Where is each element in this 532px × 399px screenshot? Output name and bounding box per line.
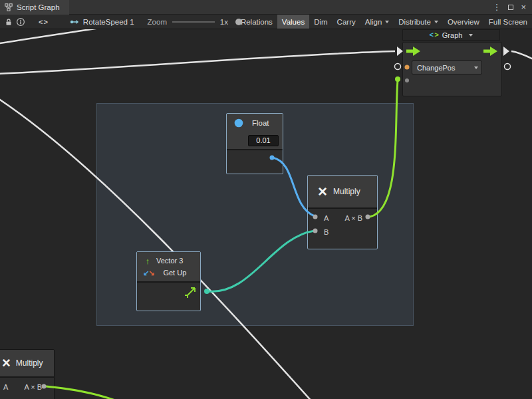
port-row-a: A A × B bbox=[308, 211, 377, 225]
script-machine-icon bbox=[70, 18, 79, 26]
dim-button[interactable]: Dim bbox=[309, 15, 332, 29]
up-arrow-icon: ↑ bbox=[143, 256, 152, 266]
graph-pill-label: Graph bbox=[442, 31, 463, 39]
changepos-dropdown[interactable]: ChangePos bbox=[412, 61, 482, 74]
relations-button[interactable]: Relations bbox=[236, 15, 277, 29]
window-titlebar: Script Graph ⋮ × bbox=[0, 0, 532, 15]
toolbar: <> RotateSpeed 1 Zoom 1x Relations Value… bbox=[0, 15, 532, 29]
zoom-slider-handle[interactable] bbox=[235, 19, 242, 25]
left-connection-circle[interactable] bbox=[395, 64, 401, 70]
maximize-icon[interactable] bbox=[508, 1, 513, 14]
right-connection-circle[interactable] bbox=[505, 64, 511, 70]
input-a-label: A bbox=[324, 214, 329, 222]
dropdown-caret-icon bbox=[434, 21, 438, 23]
multiply-node-title: Multiply bbox=[333, 187, 360, 196]
toolbar-buttons: Relations Values Dim Carry Align Distrib… bbox=[236, 15, 532, 29]
zoom-slider[interactable] bbox=[172, 15, 215, 29]
graph-canvas[interactable]: Float 0.01 × Multiply A A × B bbox=[0, 29, 532, 399]
multiply-partial-title: Multiply bbox=[16, 358, 43, 368]
float-value: 0.01 bbox=[256, 136, 270, 144]
distribute-button[interactable]: Distribute bbox=[394, 15, 443, 29]
output-axb-label: A × B bbox=[344, 214, 362, 222]
multiply-icon: × bbox=[318, 184, 327, 200]
input-a-label: A bbox=[3, 383, 8, 391]
vector3-node-header: ↑ Vector 3 ↙ ↘ Get Up bbox=[137, 252, 200, 281]
fullscreen-button[interactable]: Full Screen bbox=[484, 15, 532, 29]
script-graph-window: Script Graph ⋮ × <> bbox=[0, 0, 532, 399]
overview-button[interactable]: Overview bbox=[443, 15, 484, 29]
dropdown-caret-icon bbox=[469, 34, 473, 37]
wire-white-1[interactable] bbox=[0, 29, 117, 44]
window-controls: ⋮ × bbox=[492, 1, 532, 14]
graph-breadcrumb[interactable]: RotateSpeed 1 bbox=[70, 18, 134, 26]
lock-icon[interactable] bbox=[4, 15, 13, 29]
multiply-icon: × bbox=[2, 356, 11, 370]
input-b-label: B bbox=[324, 228, 329, 236]
code-angle-left-icon: < bbox=[430, 31, 434, 39]
info-icon[interactable] bbox=[16, 15, 25, 29]
graph-breadcrumb-label: RotateSpeed 1 bbox=[83, 18, 134, 26]
carry-button[interactable]: Carry bbox=[332, 15, 360, 29]
window-title: Script Graph bbox=[17, 3, 60, 11]
graph-icon bbox=[5, 3, 13, 11]
multiply-node-partial[interactable]: × Multiply A A × B bbox=[0, 349, 55, 399]
output-axb-label: A × B bbox=[24, 383, 42, 391]
float-value-row: 0.01 bbox=[227, 132, 283, 149]
float-node-header: Float bbox=[227, 114, 283, 132]
zoom-slider-track bbox=[172, 21, 215, 23]
zoom-value: 1x bbox=[220, 18, 228, 26]
float-node[interactable]: Float 0.01 bbox=[226, 113, 283, 174]
wire-multiply-partial-out[interactable] bbox=[46, 386, 130, 399]
zoom-label: Zoom bbox=[148, 18, 167, 26]
distribute-button-label: Distribute bbox=[398, 18, 431, 26]
multiply-node-header: × Multiply bbox=[308, 176, 377, 207]
float-node-title: Float bbox=[252, 119, 269, 127]
multiply-node[interactable]: × Multiply A A × B B bbox=[307, 175, 378, 249]
values-button[interactable]: Values bbox=[277, 15, 309, 29]
port-row-a: A A × B bbox=[0, 380, 54, 394]
node-divider bbox=[227, 149, 283, 150]
node-divider bbox=[137, 281, 200, 283]
vector3-node-title: Vector 3 bbox=[156, 257, 183, 265]
wire-white-2[interactable] bbox=[0, 51, 395, 74]
wire-white-3[interactable] bbox=[511, 51, 532, 61]
node-divider bbox=[0, 376, 54, 378]
vector3-subtitle: Get Up bbox=[163, 269, 186, 277]
vector3-get-up-node[interactable]: ↑ Vector 3 ↙ ↘ Get Up bbox=[136, 251, 201, 311]
flow-out-arrow-icon[interactable] bbox=[503, 47, 509, 56]
changepos-node[interactable]: ChangePos bbox=[402, 42, 502, 96]
align-button-label: Align bbox=[365, 18, 382, 26]
green-wire-endpoint[interactable] bbox=[395, 76, 400, 82]
close-icon[interactable]: × bbox=[521, 1, 526, 14]
code-icon-button[interactable]: <> bbox=[39, 15, 49, 29]
float-value-input[interactable]: 0.01 bbox=[248, 135, 279, 146]
port-row-b: B bbox=[308, 225, 377, 239]
multiply-partial-header: × Multiply bbox=[0, 350, 54, 376]
float-type-icon bbox=[234, 118, 243, 128]
graph-pill[interactable]: < > Graph bbox=[402, 29, 500, 41]
tab-script-graph[interactable]: Script Graph bbox=[0, 0, 69, 15]
arrow-down-right-icon: ↘ bbox=[148, 269, 154, 277]
multiply-ports: A A × B B bbox=[308, 209, 377, 239]
code-angle-right-icon: > bbox=[434, 31, 439, 39]
dropdown-caret-icon bbox=[385, 21, 389, 23]
kebab-menu-icon[interactable]: ⋮ bbox=[492, 1, 501, 14]
align-button[interactable]: Align bbox=[360, 15, 394, 29]
dropdown-caret-icon bbox=[474, 66, 478, 69]
changepos-value: ChangePos bbox=[417, 64, 456, 72]
